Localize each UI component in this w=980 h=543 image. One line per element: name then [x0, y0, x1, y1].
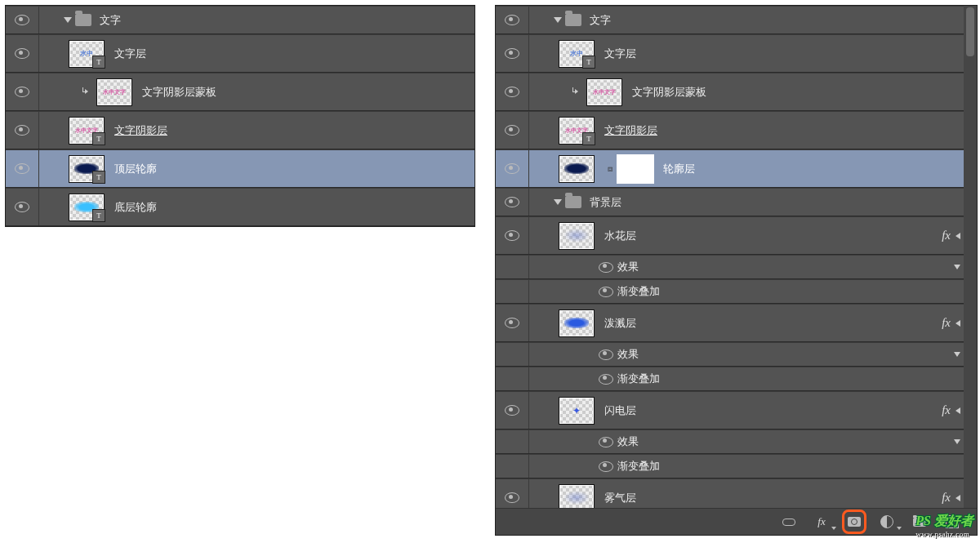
- visibility-toggle[interactable]: [496, 7, 528, 33]
- scrollbar-thumb[interactable]: [966, 7, 974, 56]
- group-label[interactable]: 背景层: [590, 195, 621, 210]
- visibility-toggle[interactable]: [6, 7, 38, 33]
- effect-visibility-toggle[interactable]: [595, 430, 617, 453]
- effect-visibility-toggle[interactable]: [595, 455, 617, 478]
- mask-link-icon[interactable]: ⧈: [604, 164, 616, 174]
- fx-indicator[interactable]: fx: [942, 229, 951, 243]
- layer-group-row[interactable]: 文字: [6, 6, 474, 34]
- effect-sub-row[interactable]: 渐变叠加: [496, 367, 964, 391]
- layer-row[interactable]: 水中文字T 文字阴影层: [496, 111, 964, 149]
- layer-row[interactable]: 水花层 fx: [496, 216, 964, 255]
- layer-row[interactable]: 水中T 文字层: [496, 34, 964, 73]
- visibility-toggle[interactable]: [496, 455, 528, 478]
- layer-label[interactable]: 文字阴影层: [604, 123, 657, 138]
- layer-thumb[interactable]: 水中文字T: [559, 117, 595, 145]
- visibility-toggle[interactable]: [496, 112, 528, 149]
- link-layers-button[interactable]: [781, 514, 797, 530]
- visibility-toggle[interactable]: [6, 189, 38, 225]
- fx-caret-icon[interactable]: [956, 320, 960, 327]
- fx-indicator[interactable]: fx: [942, 316, 951, 330]
- visibility-toggle[interactable]: [6, 112, 38, 149]
- layer-label[interactable]: 文字阴影层蒙板: [632, 85, 706, 100]
- adjustment-layer-button[interactable]: [879, 514, 895, 530]
- layer-label[interactable]: 文字阴影层: [114, 123, 167, 138]
- layer-row[interactable]: 水中文字T 文字阴影层: [6, 111, 474, 149]
- visibility-toggle[interactable]: [496, 305, 528, 341]
- layer-thumb[interactable]: T: [69, 155, 105, 183]
- layer-label[interactable]: 轮廓层: [663, 162, 695, 176]
- layer-label[interactable]: 雾气层: [604, 491, 636, 505]
- layer-label[interactable]: 文字层: [604, 47, 636, 61]
- collapse-caret-icon[interactable]: [954, 439, 960, 444]
- layer-thumb[interactable]: ✦: [559, 397, 595, 425]
- effect-visibility-toggle[interactable]: [595, 280, 617, 303]
- layer-row[interactable]: ✦ 闪电层 fx: [496, 391, 964, 430]
- layer-row[interactable]: ⧈ 轮廓层: [496, 149, 964, 188]
- visibility-toggle[interactable]: [496, 217, 528, 254]
- expand-caret-icon[interactable]: [554, 17, 562, 23]
- layer-row[interactable]: 泼溅层 fx: [496, 304, 964, 342]
- layer-thumb[interactable]: [559, 222, 595, 250]
- effect-sub-row[interactable]: 渐变叠加: [496, 454, 964, 478]
- clip-mask-icon: [570, 87, 580, 97]
- visibility-toggle[interactable]: [496, 150, 528, 187]
- visibility-toggle[interactable]: [6, 150, 38, 187]
- visibility-toggle[interactable]: [496, 280, 528, 303]
- fx-caret-icon[interactable]: [956, 233, 960, 239]
- expand-caret-icon[interactable]: [554, 199, 562, 205]
- visibility-toggle[interactable]: [496, 73, 528, 110]
- fx-indicator[interactable]: fx: [942, 403, 951, 417]
- visibility-toggle[interactable]: [496, 392, 528, 429]
- group-label[interactable]: 文字: [100, 13, 121, 28]
- layer-label[interactable]: 文字阴影层蒙板: [142, 85, 216, 100]
- layer-row[interactable]: T 底层轮廓: [6, 188, 474, 226]
- effect-sub-row[interactable]: 效果: [496, 430, 964, 454]
- visibility-toggle[interactable]: [6, 35, 38, 72]
- layer-row[interactable]: T 顶层轮廓: [6, 149, 474, 188]
- effect-visibility-toggle[interactable]: [595, 367, 617, 390]
- layer-group-row[interactable]: 文字: [496, 6, 964, 34]
- layer-thumb[interactable]: [559, 309, 595, 337]
- layer-thumb[interactable]: T: [69, 194, 105, 221]
- visibility-toggle[interactable]: [496, 189, 528, 216]
- effect-visibility-toggle[interactable]: [595, 256, 617, 278]
- visibility-toggle[interactable]: [496, 35, 528, 72]
- effect-sub-row[interactable]: 渐变叠加: [496, 279, 964, 304]
- effect-sub-row[interactable]: 效果: [496, 342, 964, 367]
- fx-caret-icon[interactable]: [956, 495, 960, 501]
- layer-label[interactable]: 泼溅层: [604, 316, 636, 331]
- layer-row[interactable]: 水中文字 文字阴影层蒙板: [496, 73, 964, 111]
- expand-caret-icon[interactable]: [64, 17, 72, 23]
- layer-group-row[interactable]: 背景层: [496, 188, 964, 216]
- scrollbar[interactable]: [963, 6, 977, 535]
- layer-thumb[interactable]: 水中T: [69, 40, 105, 68]
- visibility-toggle[interactable]: [496, 256, 528, 278]
- layer-row[interactable]: 水中文字 文字阴影层蒙板: [6, 73, 474, 111]
- effect-sub-row[interactable]: 效果: [496, 255, 964, 279]
- visibility-toggle[interactable]: [6, 73, 38, 110]
- layer-label[interactable]: 顶层轮廓: [114, 162, 157, 176]
- layer-thumb[interactable]: [559, 155, 595, 183]
- effect-label: 效果: [617, 434, 639, 449]
- add-mask-button[interactable]: [846, 514, 862, 530]
- visibility-toggle[interactable]: [496, 367, 528, 390]
- layer-label[interactable]: 文字层: [114, 47, 146, 61]
- visibility-toggle[interactable]: [496, 343, 528, 366]
- layer-thumb[interactable]: 水中T: [559, 40, 595, 68]
- layer-thumb[interactable]: 水中文字: [96, 78, 132, 106]
- fx-indicator[interactable]: fx: [942, 491, 951, 505]
- layer-thumb[interactable]: 水中文字T: [69, 117, 105, 145]
- layer-thumb[interactable]: 水中文字: [586, 78, 622, 106]
- group-label[interactable]: 文字: [590, 13, 611, 28]
- fx-button[interactable]: fx: [813, 514, 830, 530]
- layer-label[interactable]: 水花层: [604, 229, 636, 243]
- layer-mask-thumb[interactable]: [617, 155, 653, 183]
- collapse-caret-icon[interactable]: [954, 352, 960, 357]
- visibility-toggle[interactable]: [496, 430, 528, 453]
- fx-caret-icon[interactable]: [956, 407, 960, 414]
- layer-label[interactable]: 底层轮廓: [114, 200, 157, 215]
- layer-label[interactable]: 闪电层: [604, 403, 636, 418]
- effect-visibility-toggle[interactable]: [595, 343, 617, 366]
- layer-row[interactable]: 水中T 文字层: [6, 34, 474, 73]
- collapse-caret-icon[interactable]: [954, 265, 960, 269]
